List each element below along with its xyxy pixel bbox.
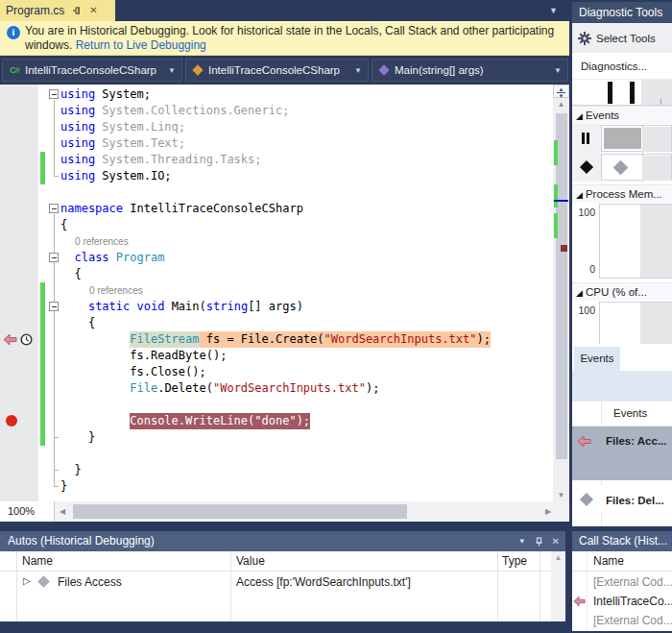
code-line[interactable]: using System.Text; [0,135,538,152]
section-expander-icon[interactable]: ◢ [576,111,583,121]
editor-splitter-handle[interactable]: ▲▼ [553,85,569,98]
document-tab-bar: Program.cs ✕ ▼ [0,0,569,21]
stack-frame-row-current[interactable]: IntelliTraceCo... [572,592,672,611]
scroll-up-icon[interactable]: ▲ [551,551,565,565]
section-expander-icon[interactable]: ◢ [576,288,583,298]
call-stack-panel-title[interactable]: Call Stack (Hist... [572,531,672,551]
table-row[interactable]: ▷ Files Access Access [fp:'WordSearchInp… [0,572,565,592]
code-line[interactable] [0,446,538,462]
code-line[interactable]: using System.IO; [0,168,538,184]
select-tools-button[interactable]: Select Tools [596,33,656,44]
events-lane-intellitrace[interactable] [572,153,672,182]
code-editor[interactable]: using System;using System.Collections.Ge… [0,85,569,501]
autos-title-text: Autos (Historical Debugging) [8,534,155,548]
codelens-references[interactable]: 0 references [0,233,538,250]
code-line[interactable]: } [0,462,538,478]
code-line[interactable]: FileStream fs = File.Create("WordSearchI… [0,331,538,348]
vertical-scrollbar[interactable]: ▲ ▼ [553,98,569,501]
column-header-type[interactable]: Type [502,554,527,568]
column-header-value[interactable]: Value [236,554,265,568]
vertical-scrollbar-thumb[interactable] [556,113,567,459]
section-header-cpu[interactable]: ◢CPU (% of... [572,282,672,301]
code-line[interactable]: class Program [0,250,538,266]
scroll-down-icon[interactable]: ▼ [553,491,569,499]
events-grid-header[interactable]: Events [572,402,672,426]
scroll-right-icon[interactable]: ▶ [545,501,551,522]
stack-frame-row[interactable]: [External Cod... [572,572,672,592]
diagnostics-toolbar: Select Tools [572,23,672,53]
code-line[interactable]: using System.Linq; [0,119,538,135]
diagnostics-session-label[interactable]: Diagnostics... [572,53,672,80]
code-line[interactable]: namespace IntelliTraceConsoleCSharp [0,201,538,217]
collapse-toggle-icon[interactable] [49,89,59,99]
column-header-name[interactable]: Name [22,554,53,568]
autos-scrollbar[interactable]: ▲ [551,551,565,621]
code-line[interactable]: using System.Collections.Generic; [0,103,538,119]
event-row[interactable]: Files: Del... [572,486,672,513]
code-line[interactable]: fs.ReadByte(); [0,348,538,364]
return-to-live-debugging-link[interactable]: Return to Live Debugging [76,38,206,52]
event-diamond-icon [37,575,50,588]
code-line[interactable]: } [0,429,538,446]
project-dropdown[interactable]: C# IntelliTraceConsoleCSharp ▼ [2,59,182,82]
code-line[interactable] [0,184,538,201]
pause-icon [582,133,591,147]
type-dropdown[interactable]: IntelliTraceConsoleCSharp ▼ [185,59,369,82]
code-line[interactable]: File.Delete("WordSearchInputs.txt"); [0,380,538,397]
pin-icon[interactable] [535,537,543,547]
member-dropdown[interactable]: Main(string[] args) ▼ [372,59,568,82]
session-timeline[interactable] [572,80,672,106]
section-expander-icon[interactable]: ◢ [576,190,583,200]
autos-table: Name Value Type ▷ Files Access Access [f… [0,551,565,621]
intellitrace-event-glyphs[interactable] [3,333,37,348]
historical-event-arrow-icon [573,596,586,607]
close-icon[interactable]: ✕ [552,531,560,551]
diagnostic-tools-title[interactable]: Diagnostic Tools [572,2,672,23]
autos-panel-title[interactable]: Autos (Historical Debugging) ▼ ✕ [0,531,565,551]
expand-icon[interactable]: ▷ [23,575,31,586]
code-line[interactable]: using System; [0,86,538,103]
breakpoint-indicator[interactable] [6,415,17,426]
code-line[interactable] [0,397,538,413]
scrollbar-change-mark [554,213,558,238]
collapse-toggle-icon[interactable] [49,204,59,213]
gear-icon[interactable] [578,32,591,45]
code-line[interactable]: { [0,266,538,282]
code-line[interactable]: using System.Threading.Tasks; [0,152,538,168]
collapse-toggle-icon[interactable] [49,302,59,311]
tab-list-caret-icon[interactable]: ▼ [549,6,558,15]
event-row-selected[interactable]: Files: Acc... [572,426,672,480]
break-event-block[interactable] [604,128,641,149]
code-line[interactable]: { [0,315,538,331]
code-line[interactable]: { [0,217,538,233]
row-value: Access [fp:'WordSearchInputs.txt'] [236,575,411,589]
section-header-memory[interactable]: ◢Process Mem... [572,184,672,203]
scroll-up-icon[interactable]: ▲ [553,100,569,109]
tab-events[interactable]: Events [574,347,620,371]
scroll-left-icon[interactable]: ◀ [60,501,65,522]
horizontal-scrollbar-thumb[interactable] [73,504,407,519]
code-line[interactable]: static void Main(string[] args) [0,299,538,315]
event-diamond-marker[interactable] [613,160,629,176]
codelens-references[interactable]: 0 references [0,282,538,299]
memory-chart[interactable] [599,204,672,279]
code-line[interactable]: fs.Close(); [0,364,538,380]
close-icon[interactable]: ✕ [89,6,97,15]
column-header-name[interactable]: Name [593,554,624,568]
scrollbar-change-mark [554,140,558,165]
lane-future-region [642,127,671,152]
zoom-level-dropdown[interactable]: 100% [0,501,55,522]
events-lane-break[interactable] [572,124,672,153]
code-line[interactable]: Console.WriteLine("done"); [0,413,538,429]
code-line[interactable]: } [0,478,538,495]
stack-frame-row[interactable]: [External Cod... [572,611,672,630]
pin-icon[interactable] [72,6,82,15]
cpu-chart[interactable] [599,302,672,344]
event-row-label: Files: Del... [606,495,664,506]
window-menu-caret-icon[interactable]: ▼ [518,531,526,551]
section-header-events[interactable]: ◢Events [572,106,672,124]
collapse-toggle-icon[interactable] [49,253,59,262]
code-text-area[interactable]: using System;using System.Collections.Ge… [0,85,553,501]
tab-program-cs[interactable]: Program.cs ✕ [0,0,115,21]
clock-icon [20,333,33,346]
